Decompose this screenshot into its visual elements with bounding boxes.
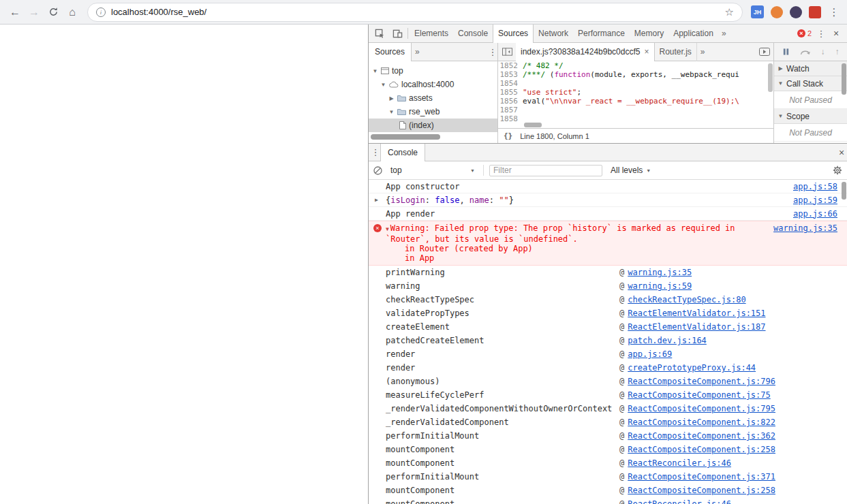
step-into-button[interactable]: ↓ xyxy=(821,47,825,57)
stack-frame-link[interactable]: checkReactTypeSpec.js:80 xyxy=(628,295,745,304)
tab-network[interactable]: Network xyxy=(534,25,573,43)
chrome-menu-icon[interactable]: ⋮ xyxy=(827,6,842,18)
scope-section-header[interactable]: ▼ Scope xyxy=(774,109,847,124)
device-toolbar-button[interactable] xyxy=(388,25,406,42)
expander-icon[interactable]: ▼ xyxy=(777,113,784,119)
devtools-panel: Elements Console Sources Network Perform… xyxy=(368,25,847,504)
forward-button[interactable]: → xyxy=(25,3,44,22)
scrollbar-thumb[interactable] xyxy=(524,123,542,127)
source-link[interactable]: warning.js:35 xyxy=(773,223,837,233)
drawer-close-icon[interactable]: × xyxy=(836,147,847,158)
collapse-stack-icon[interactable]: ▼ xyxy=(386,226,389,232)
tree-item-localhost[interactable]: ▼ localhost:4000 xyxy=(369,78,497,91)
stack-frame-link[interactable]: ReactCompositeComponent.js:796 xyxy=(628,377,775,386)
stack-frame-link[interactable]: ReactElementValidator.js:151 xyxy=(628,309,765,318)
navigator-toggle-button[interactable] xyxy=(498,44,516,60)
tab-application[interactable]: Application xyxy=(668,25,718,43)
console-vertical-scrollbar-thumb[interactable] xyxy=(842,182,846,200)
source-link[interactable]: app.js:66 xyxy=(793,209,837,219)
tree-item-assets[interactable]: ▶ assets xyxy=(369,91,497,105)
stack-frame-link[interactable]: patch.dev.js:164 xyxy=(628,336,707,345)
editor-tab-index-js[interactable]: index.js?30838a1424b9bc0dccf5 × xyxy=(516,43,655,61)
expander-icon[interactable]: ▶ xyxy=(388,95,395,101)
sources-vertical-scrollbar-thumb[interactable] xyxy=(842,63,846,95)
tab-sources[interactable]: Sources xyxy=(493,25,534,43)
code-view[interactable]: 1852/* 482 */ 1853/***/ (function(module… xyxy=(498,61,773,123)
tab-memory[interactable]: Memory xyxy=(630,25,668,43)
execution-context-selector[interactable]: top ▼ xyxy=(388,166,478,175)
stack-frame-link[interactable]: ReactCompositeComponent.js:822 xyxy=(628,418,775,427)
page-info-icon[interactable]: i xyxy=(96,7,106,17)
reload-button[interactable] xyxy=(44,3,63,22)
navigator-tab-sources[interactable]: Sources xyxy=(369,43,412,61)
stack-frame-link[interactable]: app.js:69 xyxy=(628,349,672,359)
step-over-button[interactable] xyxy=(800,48,811,56)
tree-item-rse-web[interactable]: ▼ rse_web xyxy=(369,105,497,119)
expand-object-icon[interactable]: ▶ xyxy=(375,197,378,203)
stack-frame-link[interactable]: ReactCompositeComponent.js:371 xyxy=(628,472,775,482)
stack-frame-link[interactable]: ReactElementValidator.js:187 xyxy=(628,322,765,332)
stack-frame-link[interactable]: warning.js:59 xyxy=(628,281,692,291)
devtools-close-icon[interactable]: × xyxy=(831,28,842,39)
pretty-print-icon[interactable]: {} xyxy=(504,131,512,140)
expander-icon[interactable]: ▼ xyxy=(372,68,378,74)
stack-frame-link[interactable]: createPrototypeProxy.js:44 xyxy=(628,363,756,373)
call-stack-section-header[interactable]: ▼ Call Stack xyxy=(774,76,847,91)
clear-console-button[interactable] xyxy=(373,166,382,175)
home-button[interactable]: ⌂ xyxy=(63,3,82,22)
console-settings-gear-icon[interactable] xyxy=(833,166,842,175)
expander-icon[interactable]: ▼ xyxy=(388,109,395,115)
extension-icon-jh[interactable]: JH xyxy=(751,5,764,18)
pause-button[interactable] xyxy=(782,48,790,56)
editor-horizontal-scrollbar[interactable] xyxy=(498,123,773,128)
editor-tab-router-js[interactable]: Router.js xyxy=(655,43,697,61)
stack-frame-link[interactable]: warning.js:35 xyxy=(628,268,692,277)
navigator-menu-icon[interactable]: ⋮ xyxy=(488,47,497,57)
back-button[interactable]: ← xyxy=(5,3,25,22)
more-tabs-icon[interactable]: » xyxy=(718,29,730,38)
panel-toggle-button[interactable] xyxy=(756,44,773,60)
code-line: 1854 xyxy=(498,79,773,88)
extension-icon-orange[interactable] xyxy=(771,6,783,18)
tab-console[interactable]: Console xyxy=(453,25,493,43)
source-link[interactable]: app.js:58 xyxy=(793,182,837,191)
step-out-button[interactable]: ↑ xyxy=(835,47,840,57)
stack-frame: (anonymous)@ReactCompositeComponent.js:7… xyxy=(369,375,847,388)
extension-icon-red[interactable] xyxy=(809,6,821,18)
tree-item-top[interactable]: ▼ top xyxy=(369,64,497,78)
tab-performance[interactable]: Performance xyxy=(573,25,630,43)
editor-more-tabs-icon[interactable]: » xyxy=(697,47,709,57)
navigator-tabbar: Sources » ⋮ xyxy=(369,43,497,61)
tab-close-icon[interactable]: × xyxy=(644,47,649,57)
drawer-tab-console[interactable]: Console xyxy=(380,144,425,161)
stack-frame-link[interactable]: ReactReconciler.js:46 xyxy=(628,499,731,504)
navigator-horizontal-scrollbar[interactable] xyxy=(371,134,495,140)
expander-icon[interactable]: ▼ xyxy=(777,80,784,86)
stack-frame-link[interactable]: ReactReconciler.js:46 xyxy=(628,458,731,468)
error-badge[interactable]: × 2 xyxy=(797,29,812,37)
stack-frame-link[interactable]: ReactCompositeComponent.js:258 xyxy=(628,486,775,495)
bookmark-star-icon[interactable]: ☆ xyxy=(725,6,734,18)
stack-frame-link[interactable]: ReactCompositeComponent.js:362 xyxy=(628,431,775,441)
source-link[interactable]: app.js:59 xyxy=(793,195,837,205)
watch-section-header[interactable]: ▶ Watch xyxy=(774,61,847,76)
tab-elements[interactable]: Elements xyxy=(410,25,453,43)
extension-icon-purple[interactable] xyxy=(790,6,802,18)
stack-frame-link[interactable]: ReactCompositeComponent.js:258 xyxy=(628,445,775,454)
log-level-selector[interactable]: All levels ▼ xyxy=(611,166,651,175)
editor-vertical-scrollbar-thumb[interactable] xyxy=(768,63,773,92)
scrollbar-thumb[interactable] xyxy=(371,134,440,140)
tree-item-label: localhost:4000 xyxy=(401,80,454,89)
expander-icon[interactable]: ▶ xyxy=(777,65,784,72)
expander-icon[interactable]: ▼ xyxy=(380,82,386,88)
devtools-menu-icon[interactable]: ⋮ xyxy=(816,29,826,39)
navigator-more-tabs-icon[interactable]: » xyxy=(412,47,423,57)
stack-frame-link[interactable]: ReactCompositeComponent.js:795 xyxy=(628,404,775,413)
error-message-text: Warning: Failed prop type: The prop `his… xyxy=(386,223,735,244)
address-bar[interactable]: i localhost:4000/rse_web/ ☆ xyxy=(87,3,743,22)
console-filter-input[interactable] xyxy=(489,165,602,176)
drawer-menu-icon[interactable]: ⋮ xyxy=(371,147,380,157)
tree-item-index[interactable]: (index) xyxy=(369,119,497,132)
inspect-element-button[interactable] xyxy=(371,25,388,42)
stack-frame-link[interactable]: ReactCompositeComponent.js:75 xyxy=(628,390,771,400)
